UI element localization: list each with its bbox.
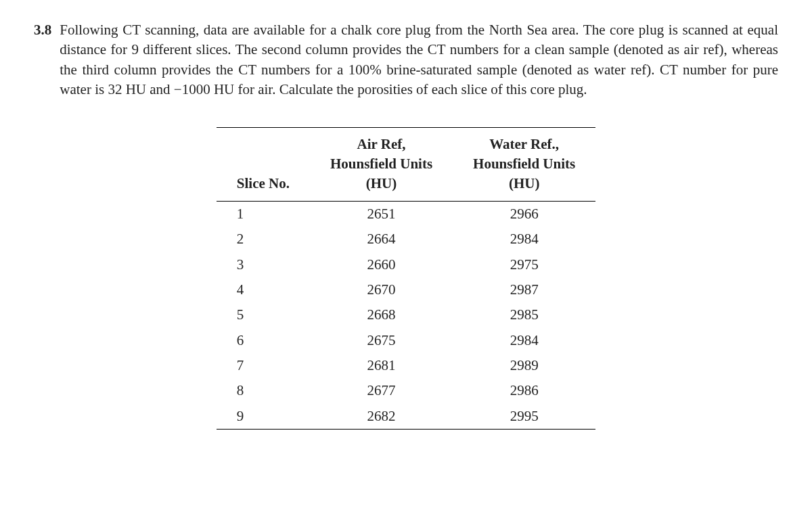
cell-slice: 7 bbox=[217, 353, 310, 378]
cell-air: 2670 bbox=[310, 277, 453, 302]
cell-slice: 8 bbox=[217, 378, 310, 403]
cell-air: 2660 bbox=[310, 252, 453, 277]
cell-slice: 9 bbox=[217, 404, 310, 430]
cell-water: 2985 bbox=[453, 302, 595, 327]
table-row: 226642984 bbox=[217, 227, 595, 252]
table-wrapper: Slice No. Air Ref, Hounsfield Units (HU)… bbox=[34, 127, 778, 430]
table-row: 126512966 bbox=[217, 201, 595, 227]
table-row: 526682985 bbox=[217, 302, 595, 327]
cell-air: 2651 bbox=[310, 201, 453, 227]
problem-text: Following CT scanning, data are availabl… bbox=[60, 20, 778, 100]
table-row: 826772986 bbox=[217, 378, 595, 403]
cell-air: 2668 bbox=[310, 302, 453, 327]
cell-slice: 4 bbox=[217, 277, 310, 302]
header-water-line1: Water Ref., bbox=[489, 136, 559, 152]
table-row: 426702987 bbox=[217, 277, 595, 302]
cell-slice: 2 bbox=[217, 227, 310, 252]
header-water: Water Ref., Hounsfield Units (HU) bbox=[453, 127, 595, 201]
table-header-row: Slice No. Air Ref, Hounsfield Units (HU)… bbox=[217, 127, 595, 201]
cell-air: 2682 bbox=[310, 404, 453, 430]
header-air-line3: (HU) bbox=[366, 175, 397, 191]
table-row: 626752984 bbox=[217, 328, 595, 353]
header-slice: Slice No. bbox=[217, 127, 310, 201]
cell-water: 2975 bbox=[453, 252, 595, 277]
cell-water: 2984 bbox=[453, 328, 595, 353]
cell-air: 2681 bbox=[310, 353, 453, 378]
header-air-line1: Air Ref, bbox=[357, 136, 406, 152]
data-table: Slice No. Air Ref, Hounsfield Units (HU)… bbox=[217, 127, 595, 430]
table-row: 726812989 bbox=[217, 353, 595, 378]
cell-slice: 6 bbox=[217, 328, 310, 353]
cell-slice: 5 bbox=[217, 302, 310, 327]
cell-water: 2989 bbox=[453, 353, 595, 378]
cell-slice: 3 bbox=[217, 252, 310, 277]
header-water-line3: (HU) bbox=[509, 175, 540, 191]
table-row: 326602975 bbox=[217, 252, 595, 277]
cell-water: 2995 bbox=[453, 404, 595, 430]
table-row: 926822995 bbox=[217, 404, 595, 430]
cell-water: 2986 bbox=[453, 378, 595, 403]
header-air: Air Ref, Hounsfield Units (HU) bbox=[310, 127, 453, 201]
cell-water: 2984 bbox=[453, 227, 595, 252]
cell-slice: 1 bbox=[217, 201, 310, 227]
problem-number: 3.8 bbox=[34, 20, 51, 40]
cell-water: 2987 bbox=[453, 277, 595, 302]
cell-air: 2675 bbox=[310, 328, 453, 353]
cell-air: 2664 bbox=[310, 227, 453, 252]
cell-air: 2677 bbox=[310, 378, 453, 403]
header-slice-label: Slice No. bbox=[237, 175, 290, 191]
header-water-line2: Hounsfield Units bbox=[473, 156, 575, 172]
problem-block: 3.8 Following CT scanning, data are avai… bbox=[34, 20, 778, 100]
header-air-line2: Hounsfield Units bbox=[330, 156, 432, 172]
cell-water: 2966 bbox=[453, 201, 595, 227]
